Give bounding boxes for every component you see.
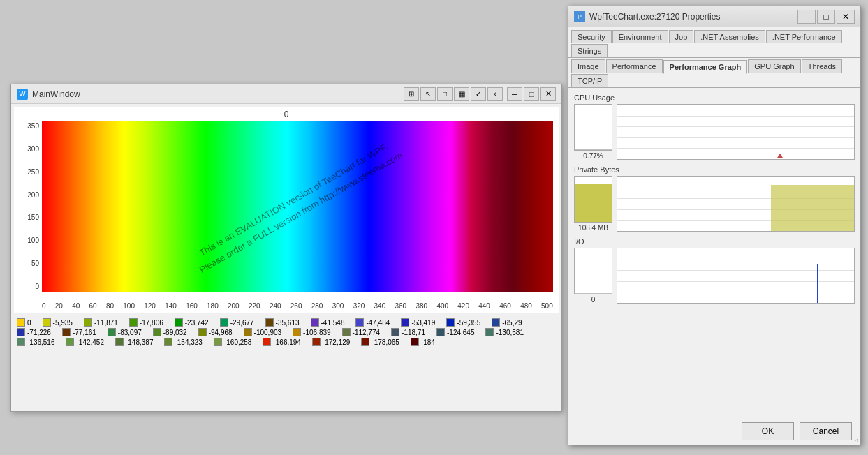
cpu-bar-container [574,104,612,151]
legend-color [263,338,271,346]
legend-item: -65,29 [492,318,522,327]
legend-item: -124,645 [436,328,474,336]
legend-color [401,318,409,327]
toolbar-btn-2[interactable]: ↖ [420,87,436,101]
legend-color [265,318,274,327]
legend-item: -136,516 [17,338,54,346]
legend-item: -59,355 [446,318,480,327]
legend-value: -11,871 [94,319,118,327]
toolbar-btn-3[interactable]: □ [437,87,453,101]
y-label-300: 300 [15,145,39,153]
legend-value: -100,903 [254,329,281,336]
memory-label: Private Bytes [574,165,855,174]
dialog-minimize-button[interactable]: ─ [797,10,816,24]
legend-item: -184 [411,338,435,346]
legend-color [108,328,116,336]
memory-metric-section: Private Bytes 108.4 MB [574,165,855,232]
memory-bar-wrapper: 108.4 MB [574,176,612,232]
toolbar-btn-1[interactable]: ⊞ [404,87,419,101]
memory-graph [617,176,855,232]
legend-value: -148,387 [126,338,153,346]
tab-tcp-ip[interactable]: TCP/IP [571,74,608,87]
dialog-title: WpfTeeChart.exe:27120 Properties [589,12,797,22]
io-label: I/O [574,237,855,246]
tab-net-performance[interactable]: .NET Performance [766,30,842,43]
legend-item: -5,935 [43,318,73,327]
legend-value: -71,226 [27,329,51,336]
cpu-indicator-arrow [777,154,783,158]
tab-security[interactable]: Security [571,30,612,43]
legend-item: -100,903 [244,328,281,336]
main-window-titlebar: W MainWindow ⊞ ↖ □ ▦ ✓ ‹ ─ □ ✕ [11,84,561,104]
legend-color [17,318,25,327]
main-window-toolbar[interactable]: ⊞ ↖ □ ▦ ✓ ‹ [404,87,503,101]
legend-color [485,328,494,336]
legend-item: -71,226 [17,328,51,336]
y-label-200: 200 [15,191,39,199]
legend-color [342,328,351,336]
tabs-row-2: Image Performance Performance Graph GPU … [568,58,860,88]
minimize-button[interactable]: ─ [507,87,522,101]
legend-item: 0 [17,318,31,327]
tab-performance[interactable]: Performance [606,59,663,73]
legend-color [244,328,252,336]
memory-metric-row: 108.4 MB [574,176,855,232]
tab-performance-graph[interactable]: Performance Graph [663,60,748,74]
gridline [617,116,854,117]
legend-color [164,338,172,346]
legend-value: -178,065 [372,338,399,346]
legend-color [198,328,207,336]
legend-value: -172,129 [323,338,350,346]
toolbar-btn-5[interactable]: ✓ [471,87,486,101]
cancel-button[interactable]: Cancel [800,422,852,440]
legend-item: -154,323 [164,338,202,346]
legend-color [492,318,500,327]
legend-item: -118,71 [391,328,425,336]
legend-item: -77,161 [62,328,96,336]
cpu-bar-wrapper: 0.77% [574,104,612,160]
tab-strings[interactable]: Strings [571,44,608,57]
legend-color [175,318,183,327]
legend-value: -35,613 [276,319,300,327]
legend-item: -35,613 [265,318,300,327]
dialog-maximize-button[interactable]: □ [817,10,835,24]
legend-color [391,328,399,336]
maximize-button[interactable]: □ [524,87,539,101]
tab-threads[interactable]: Threads [802,59,842,73]
y-label-350: 350 [15,122,39,130]
legend-value: -124,645 [447,329,474,336]
tab-net-assemblies[interactable]: .NET Assemblies [694,30,765,43]
close-button[interactable]: ✕ [540,87,556,101]
gridline [617,126,854,127]
toolbar-btn-6[interactable]: ‹ [487,87,503,101]
ok-button[interactable]: OK [742,422,794,440]
legend-color [62,328,71,336]
main-window-controls[interactable]: ─ □ ✕ [507,87,556,101]
legend-value: -94,968 [209,329,233,336]
toolbar-btn-4[interactable]: ▦ [454,87,469,101]
legend-item: -89,032 [153,328,187,336]
legend-value: -154,323 [175,338,202,346]
resize-grip-icon[interactable]: ⊿ [852,436,860,445]
legend-value: -184 [421,338,435,346]
tab-job[interactable]: Job [669,30,694,43]
legend-color [84,318,92,327]
legend-item: -142,452 [66,338,103,346]
io-graph [617,248,855,304]
memory-bar-container [574,176,612,223]
legend-item: -112,774 [342,328,380,336]
legend-color [214,338,222,346]
legend-color [17,338,25,346]
chart-canvas[interactable]: This is an EVALUATION version of TeeChar… [42,121,553,292]
legend-value: -130,581 [496,329,523,336]
dialog-controls[interactable]: ─ □ ✕ [797,10,855,24]
tab-gpu-graph[interactable]: GPU Graph [748,59,800,73]
legend-value: -5,935 [53,319,73,327]
legend-value: 0 [27,319,31,327]
chart-title: 0 [284,110,289,119]
tab-environment[interactable]: Environment [612,30,668,43]
legend-item: -53,419 [401,318,435,327]
legend-item: -130,581 [485,328,523,336]
dialog-close-button[interactable]: ✕ [837,10,855,24]
tab-image[interactable]: Image [571,59,605,73]
